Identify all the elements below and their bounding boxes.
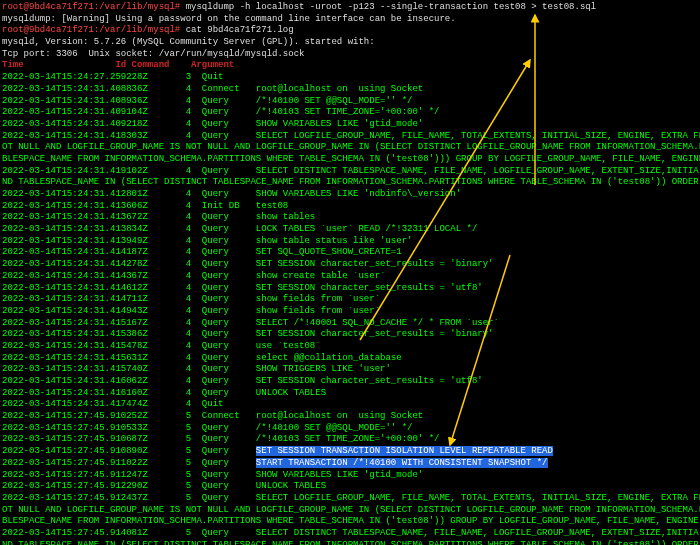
prompt-2: root@9bd4ca71f271:/var/lib/mysql# (2, 25, 180, 35)
wrap-3: ND TABLESPACE_NAME IN (SELECT DISTINCT T… (2, 177, 698, 189)
log-row: 2022-03-14T15:24:31.414711Z 4 Query show… (2, 294, 698, 306)
log-row: 2022-03-14T15:24:31.415167Z 4 Query SELE… (2, 318, 698, 330)
log-row: 2022-03-14T15:24:31.413949Z 4 Query show… (2, 236, 698, 248)
cmd-1: mysqldump -h localhost -uroot -p123 --si… (180, 2, 596, 12)
log-row: 2022-03-14T15:27:45.911022Z 5 Query STAR… (2, 458, 698, 470)
log-row: 2022-03-14T15:24:31.414612Z 4 Query SET … (2, 283, 698, 295)
log-header: Time Id Command Argument (2, 60, 698, 72)
log-block-1: 2022-03-14T15:24:27.259228Z 3 Quit 2022-… (2, 72, 698, 142)
highlight-block: 2022-03-14T15:27:45.910890Z 5 Query SET … (2, 446, 698, 469)
log-row: 2022-03-14T15:27:45.912437Z 5 Query SELE… (2, 493, 698, 505)
log-row: 2022-03-14T15:24:27.259228Z 3 Quit (2, 72, 698, 84)
log-row: 2022-03-14T15:24:31.413672Z 4 Query show… (2, 212, 698, 224)
log-row: 2022-03-14T15:24:31.417474Z 4 Quit (2, 399, 698, 411)
wrap-2: BLESPACE_NAME FROM INFORMATION_SCHEMA.PA… (2, 154, 698, 166)
log-block-3: 2022-03-14T15:24:31.412801Z 4 Query SHOW… (2, 189, 698, 446)
log-row: 2022-03-14T15:24:31.415740Z 4 Query SHOW… (2, 364, 698, 376)
log-row: 2022-03-14T15:24:31.415631Z 4 Query sele… (2, 353, 698, 365)
log-row: 2022-03-14T15:27:45.911247Z 5 Query SHOW… (2, 470, 698, 482)
log-block-5: 2022-03-14T15:27:45.914081Z 5 Query SELE… (2, 528, 698, 540)
wrap-5: BLESPACE_NAME FROM INFORMATION_SCHEMA.PA… (2, 516, 698, 528)
prompt-line-2: root@9bd4ca71f271:/var/lib/mysql# cat 9b… (2, 25, 698, 37)
tcp-line: Tcp port: 3306 Unix socket: /var/run/mys… (2, 49, 698, 61)
wrap-6: ND TABLESPACE_NAME IN (SELECT DISTINCT T… (2, 540, 698, 545)
log-block-4: 2022-03-14T15:27:45.911247Z 5 Query SHOW… (2, 470, 698, 505)
cmd-2: cat 9bd4ca71f271.log (180, 25, 293, 35)
log-row: 2022-03-14T15:24:31.414367Z 4 Query show… (2, 271, 698, 283)
mysqld-line: mysqld, Version: 5.7.26 (MySQL Community… (2, 37, 698, 49)
log-row: 2022-03-14T15:24:31.408936Z 4 Query /*!4… (2, 96, 698, 108)
log-row: 2022-03-14T15:24:31.419102Z 4 Query SELE… (2, 166, 698, 178)
log-block-2: 2022-03-14T15:24:31.419102Z 4 Query SELE… (2, 166, 698, 178)
wrap-4: OT NULL AND LOGFILE_GROUP_NAME IS NOT NU… (2, 505, 698, 517)
log-row: 2022-03-14T15:27:45.910890Z 5 Query SET … (2, 446, 698, 458)
log-row: 2022-03-14T15:24:31.418303Z 4 Query SELE… (2, 131, 698, 143)
log-row: 2022-03-14T15:27:45.912290Z 5 Query UNLO… (2, 481, 698, 493)
log-row: 2022-03-14T15:24:31.414187Z 4 Query SET … (2, 247, 698, 259)
log-row: 2022-03-14T15:27:45.914081Z 5 Query SELE… (2, 528, 698, 540)
log-row: 2022-03-14T15:24:31.414943Z 4 Query show… (2, 306, 698, 318)
log-row: 2022-03-14T15:24:31.413834Z 4 Query LOCK… (2, 224, 698, 236)
log-row: 2022-03-14T15:24:31.409218Z 4 Query SHOW… (2, 119, 698, 131)
log-row: 2022-03-14T15:24:31.412801Z 4 Query SHOW… (2, 189, 698, 201)
log-row: 2022-03-14T15:24:31.416160Z 4 Query UNLO… (2, 388, 698, 400)
log-row: 2022-03-14T15:24:31.415386Z 4 Query SET … (2, 329, 698, 341)
log-row: 2022-03-14T15:24:31.408836Z 4 Connect ro… (2, 84, 698, 96)
log-row: 2022-03-14T15:24:31.409104Z 4 Query /*!4… (2, 107, 698, 119)
log-row: 2022-03-14T15:24:31.416062Z 4 Query SET … (2, 376, 698, 388)
log-row: 2022-03-14T15:27:45.910533Z 5 Query /*!4… (2, 423, 698, 435)
terminal-output: root@9bd4ca71f271:/var/lib/mysql# mysqld… (2, 2, 698, 545)
warning-line: mysqldump: [Warning] Using a password on… (2, 14, 698, 26)
prompt-line-1: root@9bd4ca71f271:/var/lib/mysql# mysqld… (2, 2, 698, 14)
log-row: 2022-03-14T15:24:31.415478Z 4 Query use … (2, 341, 698, 353)
wrap-1: OT NULL AND LOGFILE_GROUP_NAME IS NOT NU… (2, 142, 698, 154)
log-row: 2022-03-14T15:27:45.910252Z 5 Connect ro… (2, 411, 698, 423)
log-row: 2022-03-14T15:24:31.413606Z 4 Init DB te… (2, 201, 698, 213)
prompt-1: root@9bd4ca71f271:/var/lib/mysql# (2, 2, 180, 12)
log-row: 2022-03-14T15:24:31.414278Z 4 Query SET … (2, 259, 698, 271)
log-row: 2022-03-14T15:27:45.910687Z 5 Query /*!4… (2, 434, 698, 446)
